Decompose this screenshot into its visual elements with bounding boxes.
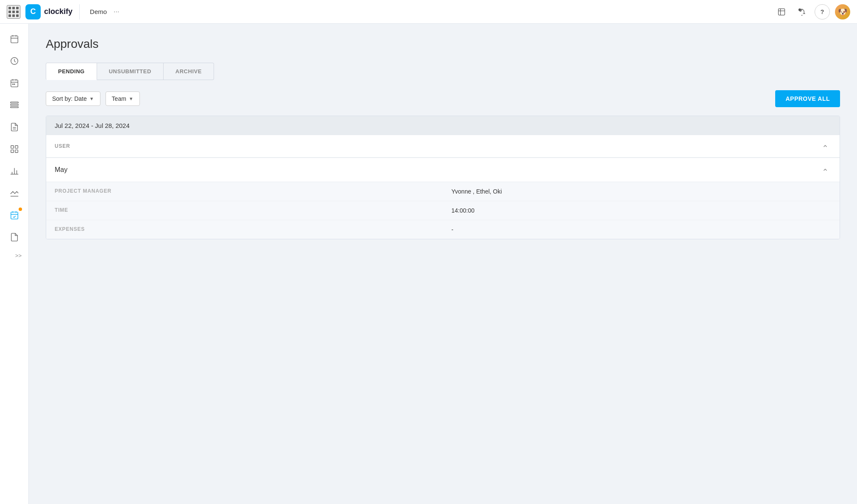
user-avatar[interactable]: 🐶 bbox=[835, 4, 850, 19]
month-header: May bbox=[46, 158, 840, 182]
sidebar-item-document[interactable] bbox=[4, 227, 25, 247]
detail-label-expenses: EXPENSES bbox=[46, 220, 443, 239]
team-chevron-icon: ▼ bbox=[129, 96, 134, 101]
sidebar-item-tasks[interactable] bbox=[4, 95, 25, 115]
grid-icon bbox=[8, 7, 19, 17]
svg-rect-6 bbox=[11, 80, 18, 87]
app-name: clockify bbox=[44, 7, 72, 16]
grid-menu-button[interactable] bbox=[7, 5, 20, 19]
main-content: Approvals PENDING UNSUBMITTED ARCHIVE So… bbox=[29, 24, 857, 504]
sort-chevron-icon: ▼ bbox=[89, 96, 94, 101]
team-label: Team bbox=[112, 95, 126, 102]
sidebar-item-line-chart[interactable] bbox=[4, 183, 25, 203]
detail-value-project-manager: Yvonne , Ethel, Oki bbox=[443, 182, 840, 201]
team-dropdown[interactable]: Team ▼ bbox=[106, 91, 140, 106]
user-section-header: USER bbox=[46, 135, 840, 158]
sidebar-item-reports[interactable] bbox=[4, 117, 25, 137]
svg-rect-17 bbox=[11, 146, 13, 148]
tabs-container: PENDING UNSUBMITTED ARCHIVE bbox=[46, 63, 840, 80]
sidebar-item-calendar[interactable] bbox=[4, 73, 25, 93]
tab-archive[interactable]: ARCHIVE bbox=[164, 63, 214, 80]
clockify-logo: C bbox=[25, 4, 41, 19]
workspace-name: Demo bbox=[90, 8, 107, 15]
sidebar-item-timer[interactable] bbox=[4, 51, 25, 71]
month-collapse-button[interactable] bbox=[819, 164, 831, 176]
sidebar-item-approvals[interactable] bbox=[4, 205, 25, 225]
page-title: Approvals bbox=[46, 37, 840, 51]
svg-point-11 bbox=[14, 84, 15, 85]
month-label: May bbox=[55, 166, 67, 174]
sort-by-dropdown[interactable]: Sort by: Date ▼ bbox=[46, 91, 100, 106]
tab-pending[interactable]: PENDING bbox=[46, 63, 97, 80]
table-row: TIME 14:00:00 bbox=[46, 201, 840, 220]
extensions-button[interactable] bbox=[774, 4, 789, 19]
approve-all-button[interactable]: APPROVE ALL bbox=[775, 90, 840, 107]
sidebar-item-timesheet[interactable] bbox=[4, 29, 25, 49]
svg-rect-18 bbox=[15, 146, 17, 148]
svg-rect-1 bbox=[11, 36, 18, 43]
detail-value-time: 14:00:00 bbox=[443, 201, 840, 220]
svg-rect-19 bbox=[11, 150, 13, 152]
user-section-collapse-button[interactable] bbox=[819, 140, 831, 152]
svg-rect-20 bbox=[15, 150, 17, 152]
sort-by-label: Sort by: Date bbox=[52, 95, 87, 102]
main-area: >> Approvals PENDING UNSUBMITTED ARCHIVE… bbox=[0, 24, 857, 504]
sidebar-item-dashboard[interactable] bbox=[4, 139, 25, 159]
user-section-label: USER bbox=[55, 143, 70, 149]
tab-unsubmitted[interactable]: UNSUBMITTED bbox=[97, 63, 164, 80]
details-table: PROJECT MANAGER Yvonne , Ethel, Oki TIME… bbox=[46, 182, 840, 239]
expand-sidebar-button[interactable]: >> bbox=[12, 251, 25, 260]
svg-rect-14 bbox=[10, 107, 18, 108]
top-nav: C clockify Demo ··· ? 🐶 bbox=[0, 0, 857, 24]
week-card: Jul 22, 2024 - Jul 28, 2024 USER May bbox=[46, 116, 840, 239]
date-range: Jul 22, 2024 - Jul 28, 2024 bbox=[55, 122, 130, 129]
help-button[interactable]: ? bbox=[815, 4, 830, 19]
table-row: PROJECT MANAGER Yvonne , Ethel, Oki bbox=[46, 182, 840, 201]
sidebar-expand: >> bbox=[0, 251, 28, 260]
logo-area: C clockify bbox=[25, 4, 80, 19]
detail-label-time: TIME bbox=[46, 201, 443, 220]
svg-rect-26 bbox=[11, 212, 18, 219]
detail-value-expenses: - bbox=[443, 220, 840, 239]
workspace-menu-dots[interactable]: ··· bbox=[114, 8, 119, 16]
sidebar: >> bbox=[0, 24, 29, 504]
table-row: EXPENSES - bbox=[46, 220, 840, 239]
detail-label-project-manager: PROJECT MANAGER bbox=[46, 182, 443, 201]
svg-point-0 bbox=[799, 8, 801, 11]
svg-rect-12 bbox=[10, 102, 18, 103]
sidebar-item-bar-chart[interactable] bbox=[4, 161, 25, 181]
approvals-badge bbox=[19, 208, 22, 211]
svg-rect-13 bbox=[10, 104, 18, 105]
week-header: Jul 22, 2024 - Jul 28, 2024 bbox=[46, 116, 840, 135]
toolbar: Sort by: Date ▼ Team ▼ APPROVE ALL bbox=[46, 90, 840, 107]
svg-point-10 bbox=[12, 84, 13, 85]
month-group: May PROJECT MANAGER Yvonne , Ethel, Oki bbox=[46, 158, 840, 239]
notifications-button[interactable] bbox=[794, 4, 810, 19]
